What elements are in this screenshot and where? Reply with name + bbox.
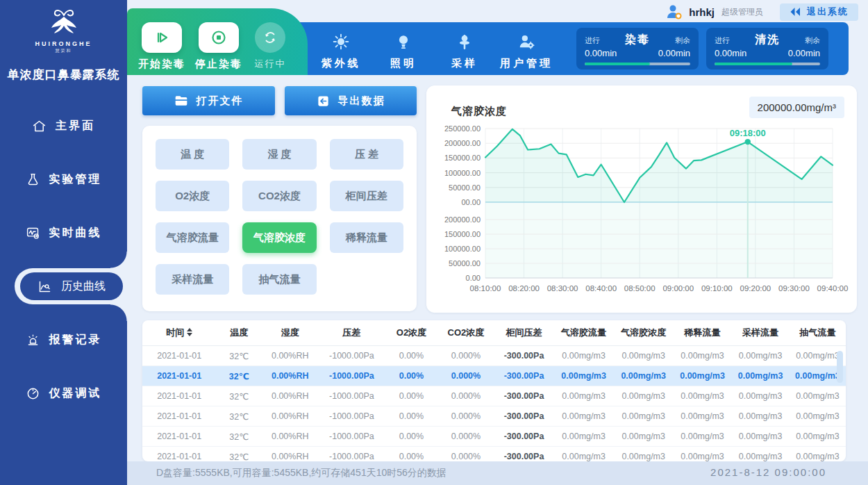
svg-text:100000.00: 100000.00	[444, 169, 481, 177]
param-button-2[interactable]: 压 差	[330, 139, 403, 170]
bird-logo-icon	[45, 7, 83, 39]
cell: -1000.00Pa	[318, 371, 385, 381]
cell: 32℃	[216, 371, 262, 381]
home-icon	[32, 119, 47, 133]
cell: 0.00mg/m3	[554, 452, 614, 461]
sort-icon[interactable]	[187, 328, 192, 336]
table-row-0[interactable]: 2021-01-0132℃0.00%RH-1000.00Pa0.00%0.000…	[142, 346, 846, 366]
stop-poison-button[interactable]	[199, 22, 239, 53]
poison-progress-card: 进行 染毒 剩余 0.00min 0.00min	[576, 28, 699, 69]
param-button-8[interactable]: 稀释流量	[330, 222, 403, 253]
running-status-label: 运行中	[242, 58, 298, 70]
cell: 0.00%RH	[262, 371, 318, 381]
table-row-5[interactable]: 2021-01-0132℃0.00%RH-1000.00Pa0.00%0.000…	[142, 447, 846, 461]
table-row-2[interactable]: 2021-01-0132℃0.00%RH-1000.00Pa0.00%0.000…	[142, 386, 846, 406]
table-row-4[interactable]: 2021-01-0132℃0.00%RH-1000.00Pa0.00%0.000…	[142, 427, 846, 447]
sidebar-item-history-curve[interactable]: 历史曲线	[20, 272, 123, 300]
column-header-10: 采样流量	[731, 327, 790, 339]
cell: 0.000%	[437, 391, 494, 401]
export-data-label: 导出数据	[338, 94, 385, 108]
export-data-button[interactable]: 导出数据	[285, 86, 417, 115]
exit-arrows-icon	[790, 7, 802, 17]
status-bar: D盘容量:5555KB,可用容量:5455KB,约可存储451天10时56分的数…	[127, 461, 868, 485]
svg-text:08:50:00: 08:50:00	[624, 284, 656, 293]
cell: -300.00Pa	[494, 411, 553, 421]
tool-button-3[interactable]: 用户管理	[493, 31, 560, 70]
param-button-1[interactable]: 湿 度	[242, 139, 316, 170]
cell: 0.00mg/m3	[614, 431, 674, 441]
username: hrhkj	[689, 6, 715, 18]
column-header-11: 抽气流量	[790, 327, 846, 339]
card-name: 清洗	[755, 33, 780, 47]
light-bulb-icon	[394, 33, 413, 51]
cell: -300.00Pa	[494, 371, 553, 381]
cell: 0.00mg/m3	[554, 371, 614, 381]
running-status-button[interactable]	[255, 22, 285, 53]
param-button-5[interactable]: 柜间压差	[330, 181, 403, 211]
sidebar-item-2[interactable]: 实时曲线	[0, 216, 127, 249]
gauge-icon	[26, 386, 40, 401]
column-header-0[interactable]: 时间	[142, 327, 216, 339]
cell: -1000.00Pa	[318, 431, 385, 441]
cell: 32℃	[216, 351, 262, 361]
cell: 0.00%RH	[262, 411, 318, 421]
param-button-9[interactable]: 采样流量	[156, 264, 229, 295]
table-row-3[interactable]: 2021-01-0132℃0.00%RH-1000.00Pa0.00%0.000…	[142, 406, 846, 427]
card-remain-label: 剩余	[675, 35, 690, 46]
svg-text:09:18:00: 09:18:00	[730, 128, 766, 138]
cell: 0.00mg/m3	[674, 452, 732, 461]
cell: 0.00%RH	[262, 431, 318, 441]
param-button-3[interactable]: O2浓度	[156, 181, 229, 211]
tool-button-1[interactable]: 照明	[370, 31, 437, 70]
open-file-label: 打开文件	[197, 94, 244, 108]
tool-label: 用户管理	[493, 57, 560, 70]
sidebar: HUIRONGHE 慧荣和 单浓度口鼻暴露系统 主界面实验管理实时曲线报警记录仪…	[0, 0, 127, 485]
sidebar-item-4[interactable]: 报警记录	[0, 323, 127, 356]
param-button-0[interactable]: 温 度	[156, 139, 229, 170]
logout-button[interactable]: 退出系统	[780, 3, 858, 21]
start-poison-button[interactable]	[142, 22, 182, 53]
tool-button-0[interactable]: 紫外线	[308, 31, 374, 70]
table-scrollbar[interactable]	[837, 351, 843, 383]
history-curve-icon	[37, 279, 52, 294]
sidebar-item-5[interactable]: 仪器调试	[0, 377, 127, 410]
column-header-7: 气溶胶流量	[554, 327, 614, 339]
cell: 0.00mg/m3	[731, 371, 790, 381]
table-row-1[interactable]: 2021-01-0132℃0.00%RH-1000.00Pa0.00%0.000…	[142, 366, 846, 386]
cell: 2021-01-01	[142, 351, 216, 361]
svg-text:09:40:00: 09:40:00	[817, 284, 849, 293]
cell: 0.00%	[385, 371, 437, 381]
sidebar-item-label: 主界面	[56, 119, 95, 133]
tool-label: 紫外线	[308, 57, 374, 70]
svg-text:08:30:00: 08:30:00	[547, 284, 578, 293]
param-button-7[interactable]: 气溶胶浓度	[242, 222, 316, 253]
cell: 0.000%	[437, 411, 494, 421]
sidebar-item-label: 实时曲线	[49, 226, 102, 240]
cell: -300.00Pa	[494, 391, 553, 401]
sidebar-item-0[interactable]: 主界面	[0, 109, 127, 142]
sampling-valve-icon	[455, 33, 474, 51]
aerosol-concentration-chart[interactable]: 08:10:0008:20:0008:30:0008:40:0008:50:00…	[433, 119, 850, 301]
cell: 0.00mg/m3	[674, 391, 732, 401]
svg-text:09:30:00: 09:30:00	[778, 284, 810, 293]
open-file-button[interactable]: 打开文件	[142, 86, 275, 115]
play-icon	[153, 29, 170, 46]
param-button-10[interactable]: 抽气流量	[242, 264, 316, 295]
cell: -1000.00Pa	[318, 391, 385, 401]
svg-text:08:40:00: 08:40:00	[585, 284, 617, 293]
svg-text:100000.00: 100000.00	[444, 245, 481, 253]
cell: 0.00mg/m3	[554, 411, 614, 421]
cell: 0.00%	[385, 431, 437, 441]
sidebar-item-1[interactable]: 实验管理	[0, 163, 127, 196]
tool-button-2[interactable]: 采样	[431, 31, 498, 70]
uv-sun-icon	[331, 33, 351, 51]
disk-capacity-info: D盘容量:5555KB,可用容量:5455KB,约可存储451天10时56分的数…	[156, 467, 446, 479]
control-bar: 开始染毒 停止染毒 运行中	[127, 8, 308, 75]
column-header-4: O2浓度	[385, 327, 437, 339]
param-button-4[interactable]: CO2浓度	[242, 181, 316, 211]
svg-text:50000.00: 50000.00	[449, 259, 481, 268]
svg-text:150000.00: 150000.00	[444, 154, 481, 162]
cell: 0.00mg/m3	[790, 411, 846, 421]
param-button-6[interactable]: 气溶胶流量	[156, 222, 229, 253]
tool-label: 照明	[370, 57, 437, 70]
